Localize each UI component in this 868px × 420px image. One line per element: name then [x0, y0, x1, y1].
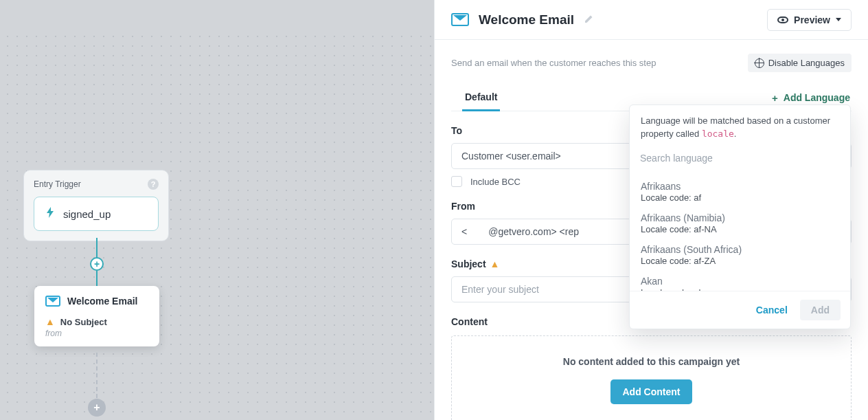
subject-label: Subject	[451, 258, 486, 269]
warning-icon: ▲	[45, 316, 55, 327]
email-step-card[interactable]: Welcome Email ▲ No Subject from	[34, 286, 159, 346]
entry-trigger-card[interactable]: Entry Trigger ? signed_up	[23, 170, 169, 241]
entry-trigger-label: Entry Trigger	[34, 179, 81, 189]
preview-button[interactable]: Preview	[767, 9, 852, 31]
trigger-event-name: signed_up	[63, 208, 111, 220]
add-step-end-node[interactable]: +	[88, 399, 106, 417]
language-search-input[interactable]	[637, 148, 843, 168]
preview-label: Preview	[794, 14, 830, 25]
language-cancel-button[interactable]: Cancel	[751, 300, 793, 320]
connector-dashed	[96, 353, 98, 398]
add-step-node[interactable]: +	[90, 257, 104, 271]
mail-icon	[451, 13, 469, 26]
content-dropzone: No content added to this campaign yet Ad…	[451, 335, 852, 420]
connector-line	[96, 238, 98, 258]
language-option[interactable]: Afrikaans (South Africa) Locale code: af…	[630, 240, 850, 272]
panel-description: Send an email when the customer reaches …	[451, 58, 656, 68]
panel-header: Welcome Email Preview	[435, 0, 868, 40]
add-content-button[interactable]: Add Content	[610, 379, 693, 404]
add-language-label: Add Language	[784, 92, 850, 103]
language-option[interactable]: Afrikaans Locale code: af	[630, 177, 850, 208]
workflow-canvas[interactable]: Entry Trigger ? signed_up + Welcome Emai…	[0, 0, 434, 420]
include-bcc-checkbox[interactable]	[451, 176, 462, 187]
include-bcc-label: Include BCC	[470, 177, 521, 187]
warning-icon: ▲	[490, 258, 500, 269]
disable-languages-button[interactable]: Disable Languages	[748, 54, 852, 72]
email-step-title: Welcome Email	[67, 296, 137, 307]
language-list[interactable]: Afrikaans Locale code: af Afrikaans (Nam…	[630, 174, 850, 291]
content-empty-text: No content added to this campaign yet	[563, 356, 740, 367]
trigger-event-chip[interactable]: signed_up	[34, 197, 159, 231]
edit-title-icon[interactable]	[584, 13, 595, 27]
disable-languages-label: Disable Languages	[768, 58, 845, 68]
plus-icon: +	[772, 93, 778, 103]
mail-icon	[45, 296, 60, 307]
language-dropdown-explain: Language will be matched based on a cust…	[630, 105, 850, 148]
panel-title: Welcome Email	[479, 12, 574, 27]
email-step-from-label: from	[45, 329, 148, 338]
bolt-icon	[45, 207, 55, 221]
locale-code-literal: locale	[702, 129, 734, 139]
language-dropdown: Language will be matched based on a cust…	[629, 104, 851, 329]
tab-default[interactable]: Default	[462, 85, 500, 111]
language-option[interactable]: Akan Locale code: ak	[630, 272, 850, 291]
globe-icon	[755, 58, 764, 68]
eye-icon	[777, 16, 788, 23]
chevron-down-icon	[836, 18, 841, 21]
email-step-subject-warning: No Subject	[60, 317, 107, 327]
connector-line	[96, 271, 98, 286]
language-add-button[interactable]: Add	[800, 300, 841, 320]
language-option[interactable]: Afrikaans (Namibia) Locale code: af-NA	[630, 208, 850, 240]
help-icon[interactable]: ?	[148, 179, 159, 190]
